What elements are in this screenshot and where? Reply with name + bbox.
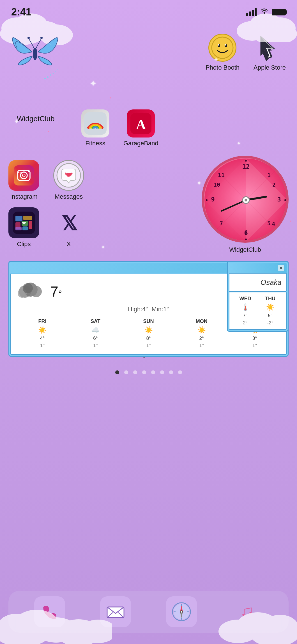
page-dot-4[interactable] <box>151 370 155 374</box>
clock-widget[interactable]: 12 3 6 9 1 2 5 11 10 7 4 6 <box>202 156 289 243</box>
svg-point-19 <box>264 13 265 14</box>
sparkle-10: • <box>6 196 7 200</box>
clips-icon: ❤ <box>8 207 39 238</box>
day-thu-icon: ☀️ <box>266 303 275 311</box>
widget-club-label: WidgetClub <box>17 114 54 123</box>
svg-text:4: 4 <box>272 221 275 227</box>
page-dot-0[interactable] <box>115 370 119 374</box>
weather-high-label: High: <box>128 306 142 313</box>
day-sun-lo: 1° <box>146 343 151 349</box>
osaka-panel: ✕ Osaka WED 🌡️ 7° 2° THU ☀️ 5° <box>227 261 289 332</box>
status-icons <box>246 8 286 16</box>
weather-temp-display: 7° <box>50 283 62 300</box>
svg-point-22 <box>50 74 51 76</box>
app-row-2: WidgetClub Fitness A GarageBand <box>17 109 158 147</box>
messages-icon: ❤ <box>53 160 84 191</box>
day-fri-name: FRI <box>38 318 47 324</box>
day-mon-hi: 2° <box>199 336 204 341</box>
page-dot-6[interactable] <box>169 370 173 374</box>
svg-text:2: 2 <box>272 181 276 188</box>
day-fri-icon: ☀️ <box>38 326 47 334</box>
messages-label: Messages <box>55 193 83 200</box>
svg-point-33 <box>225 44 226 46</box>
svg-point-18 <box>218 620 258 643</box>
svg-rect-54 <box>15 227 22 230</box>
garageband-label: GarageBand <box>123 140 158 147</box>
battery-icon <box>272 9 286 15</box>
day-wed-icon: 🌡️ <box>241 303 250 311</box>
weather-day-fri: FRI ☀️ 4° 1° <box>17 318 68 349</box>
weather-day-sat: SAT ☁️ 6° 1° <box>70 318 121 349</box>
instagram-icon <box>8 160 39 191</box>
app-clips[interactable]: ❤ Clips <box>8 207 39 248</box>
dock-safari[interactable] <box>166 596 197 627</box>
day-mon-lo: 1° <box>199 343 204 349</box>
weather-temp-value: 7 <box>50 283 58 300</box>
weather-day-mon: MON ☀️ 2° 1° <box>176 318 227 349</box>
day-sat-hi: 6° <box>93 336 98 341</box>
day-sat-icon: ☁️ <box>91 326 100 334</box>
day-sun-icon: ☀️ <box>144 326 153 334</box>
page-dot-7[interactable] <box>178 370 182 374</box>
svg-text:❤: ❤ <box>66 171 71 178</box>
status-bar: 2:41 <box>0 0 297 20</box>
svg-point-87 <box>23 283 33 293</box>
status-time: 2:41 <box>11 6 31 18</box>
sparkle-3: ✦ <box>14 118 19 125</box>
day-sun-hi: 8° <box>146 336 151 341</box>
svg-text:A: A <box>136 117 146 132</box>
day-mon-icon: ☀️ <box>197 326 206 334</box>
app-row-3a: Instagram ❤ Messages <box>8 160 84 200</box>
app-widget-club-large[interactable]: WidgetClub <box>17 109 67 123</box>
app-group-left: Instagram ❤ Messages <box>8 160 84 248</box>
svg-text:1: 1 <box>267 172 271 178</box>
page-dots <box>0 370 297 374</box>
svg-point-32 <box>218 44 219 46</box>
cloud-bottom-right <box>199 588 297 644</box>
svg-text:❤: ❤ <box>22 221 26 226</box>
osaka-body: Osaka <box>229 273 287 292</box>
day-sat-lo: 1° <box>93 343 98 349</box>
svg-text:7: 7 <box>220 220 223 227</box>
app-x[interactable]: 𝕏 X <box>53 207 84 248</box>
day-fri-lo: 1° <box>40 343 45 349</box>
butterfly-svg <box>8 22 70 90</box>
weather-min-val: 1° <box>163 306 169 313</box>
page-dot-5[interactable] <box>160 370 164 374</box>
svg-text:3: 3 <box>277 196 281 203</box>
cloud-bottom-left <box>0 588 112 644</box>
apple-store-label: Apple Store <box>254 64 286 71</box>
svg-text:12: 12 <box>242 163 250 170</box>
svg-text:11: 11 <box>218 172 225 178</box>
svg-point-27 <box>27 37 30 39</box>
day-fri-hi: 4° <box>40 336 45 341</box>
app-instagram[interactable]: Instagram <box>8 160 39 200</box>
weather-unit: ° <box>58 288 62 299</box>
sparkle-4: ✦ <box>237 140 241 146</box>
page-dot-1[interactable] <box>124 370 128 374</box>
svg-rect-49 <box>15 216 22 221</box>
day-tue-hi: 3° <box>252 336 257 341</box>
svg-rect-53 <box>29 221 32 229</box>
svg-point-25 <box>57 69 58 70</box>
svg-rect-50 <box>23 216 32 220</box>
page-dot-2[interactable] <box>133 370 137 374</box>
day-wed-lo: 2° <box>243 320 247 326</box>
day-tue-lo: 1° <box>252 343 257 349</box>
weather-day-wed: WED 🌡️ 7° 2° <box>233 296 258 326</box>
svg-point-28 <box>40 37 43 39</box>
app-garageband[interactable]: A GarageBand <box>123 109 158 147</box>
svg-point-20 <box>44 78 46 79</box>
x-label: X <box>67 240 71 248</box>
svg-point-8 <box>237 21 268 41</box>
svg-point-80 <box>284 199 286 201</box>
butterfly-decoration <box>8 22 70 91</box>
app-messages[interactable]: ❤ Messages <box>53 160 84 200</box>
sparkle-6: • <box>48 129 49 134</box>
day-wed-name: WED <box>240 296 251 302</box>
wifi-icon <box>260 8 268 16</box>
svg-rect-55 <box>22 226 28 230</box>
app-fitness[interactable]: Fitness <box>81 109 109 147</box>
osaka-close-button[interactable]: ✕ <box>278 265 284 271</box>
page-dot-3[interactable] <box>142 370 146 374</box>
